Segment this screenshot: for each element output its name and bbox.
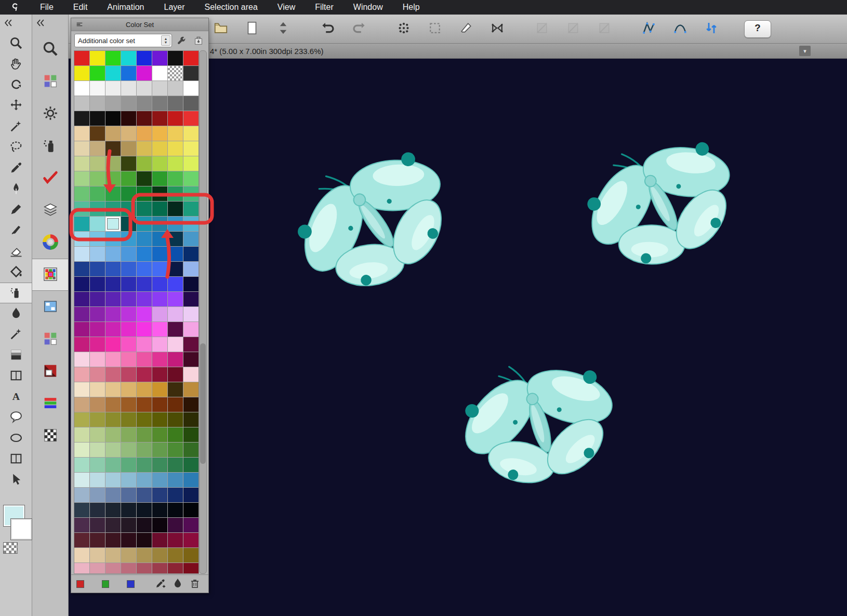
color-swatch[interactable]	[137, 563, 152, 574]
color-swatch[interactable]	[74, 518, 89, 532]
color-swatch[interactable]	[183, 352, 198, 367]
color-swatch[interactable]	[90, 412, 105, 427]
color-swatch[interactable]	[137, 367, 152, 382]
color-swatch[interactable]	[121, 81, 136, 96]
color-swatch[interactable]	[90, 111, 105, 126]
color-swatch[interactable]	[137, 458, 152, 472]
color-swatch[interactable]	[152, 232, 167, 246]
selected-color-swatch[interactable]	[105, 217, 121, 231]
color-swatch[interactable]	[74, 171, 89, 186]
color-swatch[interactable]	[183, 66, 198, 81]
color-swatch[interactable]	[183, 186, 198, 201]
color-swatch[interactable]	[74, 367, 89, 382]
color-swatch[interactable]	[168, 443, 183, 457]
color-swatch[interactable]	[105, 443, 121, 457]
color-swatch[interactable]	[137, 66, 152, 81]
color-swatch[interactable]	[168, 473, 183, 487]
color-swatch[interactable]	[137, 96, 152, 111]
color-swatch[interactable]	[121, 111, 136, 126]
color-swatch[interactable]	[152, 307, 167, 322]
color-swatch[interactable]	[137, 533, 152, 547]
color-swatch[interactable]	[105, 141, 121, 156]
color-swatch[interactable]	[90, 427, 105, 442]
color-swatch[interactable]	[137, 277, 152, 291]
color-swatch[interactable]	[168, 458, 183, 472]
menu-window[interactable]: Window	[343, 3, 393, 12]
menu-view[interactable]: View	[268, 3, 305, 12]
color-swatch[interactable]	[90, 307, 105, 322]
selection-arrow-tool[interactable]	[0, 470, 32, 490]
color-swatch[interactable]	[183, 81, 198, 96]
color-swatch[interactable]	[183, 292, 198, 306]
color-swatch[interactable]	[121, 337, 136, 352]
color-swatch[interactable]	[152, 397, 167, 412]
color-swatch[interactable]	[152, 412, 167, 427]
menu-file[interactable]: File	[30, 3, 63, 12]
undo-button[interactable]	[316, 18, 340, 40]
color-swatch[interactable]	[74, 427, 89, 442]
color-swatch[interactable]	[90, 382, 105, 397]
zoom-tool[interactable]	[0, 33, 32, 54]
color-swatch[interactable]	[105, 232, 121, 246]
color-swatch[interactable]	[121, 171, 136, 186]
collapse-tools-icon[interactable]	[3, 18, 14, 30]
color-swatch[interactable]	[105, 322, 121, 337]
color-swatch[interactable]	[152, 518, 167, 532]
color-swatch[interactable]	[90, 277, 105, 291]
color-swatch[interactable]	[137, 51, 152, 65]
color-swatch[interactable]	[90, 352, 105, 367]
gradient-map-panel-icon[interactable]	[32, 355, 68, 387]
color-swatch[interactable]	[74, 81, 89, 96]
color-swatch[interactable]	[74, 96, 89, 111]
replace-color-button[interactable]	[169, 577, 186, 591]
layer-panel-icon[interactable]	[32, 194, 68, 226]
menu-edit[interactable]: Edit	[63, 3, 98, 12]
frame-border-tool[interactable]	[0, 449, 32, 470]
color-swatch[interactable]	[152, 186, 167, 201]
color-swatch[interactable]	[168, 367, 183, 382]
eraser-tool[interactable]	[0, 241, 32, 262]
hand-tool[interactable]	[0, 54, 32, 75]
color-swatch[interactable]	[121, 126, 136, 141]
color-swatch[interactable]	[137, 156, 152, 171]
color-swatch[interactable]	[121, 367, 136, 382]
color-swatch[interactable]	[168, 66, 183, 81]
color-swatch[interactable]	[168, 518, 183, 532]
color-swatch[interactable]	[90, 81, 105, 96]
color-swatch[interactable]	[74, 337, 89, 352]
color-swatch[interactable]	[90, 503, 105, 517]
color-swatch[interactable]	[168, 247, 183, 261]
color-swatch[interactable]	[90, 563, 105, 574]
rotate-tool[interactable]	[0, 75, 32, 96]
color-swatch[interactable]	[105, 533, 121, 547]
color-swatch[interactable]	[105, 548, 121, 563]
color-swatch[interactable]	[152, 367, 167, 382]
color-swatch[interactable]	[121, 186, 136, 201]
color-swatch[interactable]	[183, 307, 198, 322]
curve-tool-button[interactable]	[668, 18, 692, 40]
color-swatch[interactable]	[74, 126, 89, 141]
color-swatch[interactable]	[137, 141, 152, 156]
color-swatch[interactable]	[90, 186, 105, 201]
color-swatch[interactable]	[121, 548, 136, 563]
color-swatch[interactable]	[137, 171, 152, 186]
color-swatch[interactable]	[105, 277, 121, 291]
color-swatch[interactable]	[183, 503, 198, 517]
color-swatch[interactable]	[121, 412, 136, 427]
color-swatch[interactable]	[137, 427, 152, 442]
color-swatch[interactable]	[152, 277, 167, 291]
color-swatch[interactable]	[152, 427, 167, 442]
color-swatch[interactable]	[168, 217, 183, 231]
color-swatch[interactable]	[74, 66, 89, 81]
color-swatch[interactable]	[152, 81, 167, 96]
color-swatch[interactable]	[121, 488, 136, 502]
color-swatch[interactable]	[121, 518, 136, 532]
color-swatch[interactable]	[121, 277, 136, 291]
color-history-panel-icon[interactable]	[32, 323, 68, 355]
color-swatch[interactable]	[168, 126, 183, 141]
color-swatch[interactable]	[105, 262, 121, 276]
color-swatch[interactable]	[74, 186, 89, 201]
color-swatch[interactable]	[137, 292, 152, 306]
color-swatch[interactable]	[168, 202, 183, 216]
color-wheel-panel-icon[interactable]	[32, 226, 68, 259]
